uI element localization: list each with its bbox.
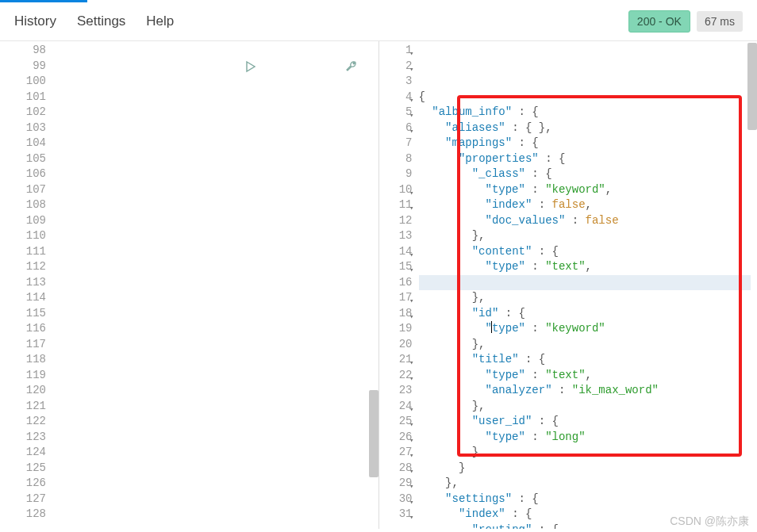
code-line[interactable]: }, xyxy=(419,290,758,306)
code-line[interactable]: "type" : "keyword" xyxy=(419,321,758,337)
code-line[interactable]: "properties" : { xyxy=(419,151,758,167)
code-line[interactable]: "analyzer" : "ik_max_word" xyxy=(419,383,758,399)
watermark: CSDN @陈亦康 xyxy=(670,515,749,529)
active-line-highlight xyxy=(419,275,751,291)
response-pane[interactable]: 1▾2▾34▾5▾6▾78910▾11▾121314▾15▾1617▾18▾19… xyxy=(379,41,758,529)
code-line[interactable]: }, xyxy=(419,399,758,415)
code-line[interactable]: }, xyxy=(419,476,758,492)
code-line[interactable]: "settings" : { xyxy=(419,492,758,507)
status-badge: 200 - OK xyxy=(628,10,690,33)
left-gutter: 9899100101102103104105106107108109110111… xyxy=(0,41,57,529)
code-line[interactable]: "mappings" : { xyxy=(419,136,758,151)
menu-settings[interactable]: Settings xyxy=(77,13,125,29)
scrollbar-thumb[interactable] xyxy=(369,390,378,477)
code-line[interactable]: "aliases" : { }, xyxy=(419,121,758,136)
play-icon[interactable] xyxy=(163,44,257,93)
request-pane[interactable]: 9899100101102103104105106107108109110111… xyxy=(0,41,379,529)
right-code[interactable]: { "album_info" : { "aliases" : { }, "map… xyxy=(419,41,758,529)
code-line[interactable]: "title" : { xyxy=(419,352,758,368)
code-line[interactable]: "index" : false, xyxy=(419,197,758,213)
menu-bar: History Settings Help 200 - OK 67 ms xyxy=(0,2,757,41)
code-line[interactable]: "type" : "text", xyxy=(419,368,758,384)
left-code[interactable] xyxy=(57,41,378,529)
code-line[interactable]: "content" : { xyxy=(419,244,758,260)
editor-area: 9899100101102103104105106107108109110111… xyxy=(0,41,757,529)
fold-arrow-icon[interactable]: ▾ xyxy=(409,511,413,526)
code-line[interactable]: "type" : "keyword", xyxy=(419,182,758,198)
wrench-icon[interactable] xyxy=(263,44,357,93)
right-gutter: 1▾2▾34▾5▾6▾78910▾11▾121314▾15▾1617▾18▾19… xyxy=(379,41,419,529)
code-line[interactable]: "type" : "long" xyxy=(419,430,758,446)
code-line[interactable]: "user_id" : { xyxy=(419,414,758,430)
code-line[interactable]: "_class" : { xyxy=(419,166,758,182)
code-line[interactable]: }, xyxy=(419,228,758,244)
code-line[interactable]: "id" : { xyxy=(419,306,758,322)
code-line[interactable]: "type" : "text", xyxy=(419,259,758,275)
code-line[interactable]: "doc_values" : false xyxy=(419,213,758,229)
menu-help[interactable]: Help xyxy=(146,13,174,29)
time-badge: 67 ms xyxy=(697,11,743,32)
code-line[interactable]: }, xyxy=(419,337,758,353)
code-line[interactable]: } xyxy=(419,461,758,477)
code-line[interactable]: } xyxy=(419,445,758,461)
menu-history[interactable]: History xyxy=(14,13,56,29)
code-line[interactable]: { xyxy=(419,90,758,105)
code-line[interactable]: "album_info" : { xyxy=(419,105,758,121)
